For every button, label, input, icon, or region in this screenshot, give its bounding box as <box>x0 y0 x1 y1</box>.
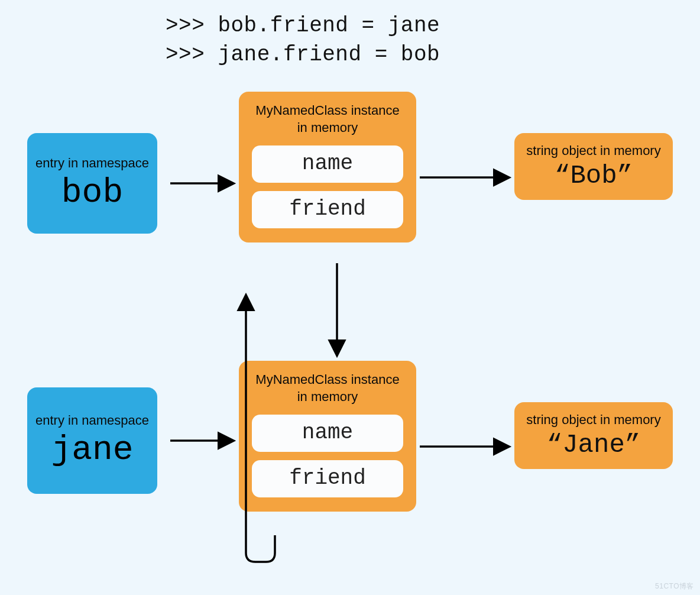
namespace-box-bob: entry in namespace bob <box>27 133 157 234</box>
instance-label: MyNamedClass instance in memory <box>252 102 403 136</box>
attr-friend: friend <box>252 460 403 497</box>
attr-name: name <box>252 415 403 452</box>
code-snippet: >>> bob.friend = jane >>> jane.friend = … <box>166 12 440 69</box>
namespace-label: entry in namespace <box>35 412 149 429</box>
watermark: 51CTO博客 <box>655 581 694 591</box>
instance-label: MyNamedClass instance in memory <box>252 371 403 405</box>
string-value-bob: “Bob” <box>555 161 633 190</box>
code-line-1: >>> bob.friend = jane <box>166 12 440 41</box>
namespace-label: entry in namespace <box>35 155 149 172</box>
string-label: string object in memory <box>526 143 660 160</box>
attr-friend: friend <box>252 191 403 228</box>
instance-box-bob: MyNamedClass instance in memory name fri… <box>239 92 416 242</box>
namespace-name-bob: bob <box>61 173 123 212</box>
string-value-jane: “Jane” <box>547 430 640 460</box>
namespace-name-jane: jane <box>51 431 133 469</box>
string-label: string object in memory <box>526 412 660 429</box>
attr-name: name <box>252 145 403 183</box>
string-box-jane: string object in memory “Jane” <box>514 402 673 469</box>
string-box-bob: string object in memory “Bob” <box>514 133 673 200</box>
code-line-2: >>> jane.friend = bob <box>166 41 440 70</box>
instance-box-jane: MyNamedClass instance in memory name fri… <box>239 361 416 512</box>
namespace-box-jane: entry in namespace jane <box>27 387 157 494</box>
